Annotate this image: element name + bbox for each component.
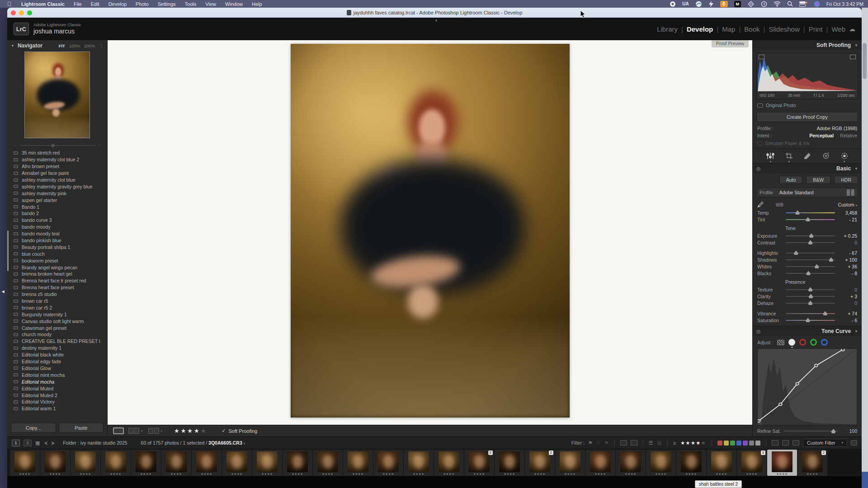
slider-thumb[interactable] (815, 264, 819, 268)
slider-value[interactable]: 0 (838, 240, 857, 245)
filmstrip-thumbnail[interactable]: 2★★★★ (464, 450, 494, 476)
masking-tool[interactable] (840, 152, 849, 162)
filmstrip-thumbnail[interactable]: ★★★★ (192, 450, 222, 476)
preset-item[interactable]: Editorial warm 1 (14, 405, 107, 412)
preset-item[interactable]: Brandy angel wings pecan (14, 264, 107, 271)
sync-cloud-icon[interactable]: ☁ (849, 25, 855, 33)
preset-item[interactable]: bando moody teal (14, 230, 107, 237)
slider-value[interactable]: 3,458 (838, 210, 857, 216)
slider-thumb[interactable] (809, 233, 814, 238)
filmstrip-thumbnail[interactable]: ★★★★ (434, 450, 464, 476)
basic-panel-header[interactable]: ◎ Basic ▼ (753, 163, 862, 174)
filmstrip-thumbnail[interactable]: ★★★★ (767, 450, 797, 476)
camera-profile-row[interactable]: Profile Adobe Standard ▦▦▦▦ (756, 188, 858, 197)
refine-sat-slider[interactable] (784, 431, 838, 432)
filmstrip-thumbnail[interactable]: ★★★★ (161, 450, 191, 476)
wb-preset-value[interactable]: Custom ▾ (838, 202, 857, 207)
slider-track[interactable] (786, 313, 835, 314)
right-edge-scrollbar[interactable] (862, 8, 868, 488)
navigator-collapse-icon[interactable]: ▼ (11, 44, 14, 48)
second-window-button[interactable]: 2 (24, 440, 32, 446)
filmstrip-thumbnail[interactable]: ★★★★ (707, 450, 736, 476)
virtual-copy-icon[interactable]: ☱ (657, 440, 662, 446)
slider-thumb[interactable] (809, 294, 813, 298)
paste-button[interactable]: Paste (59, 423, 104, 433)
filmstrip-thumbnail[interactable]: ★★★★ (555, 450, 585, 476)
module-library[interactable]: Library (657, 25, 678, 33)
original-photo-row[interactable]: Original Photo (753, 100, 862, 109)
input-source-indicator[interactable]: UA (682, 1, 689, 6)
intent-perceptual-button[interactable]: Perceptual (809, 133, 834, 138)
tone-curve-collapse-icon[interactable]: ▼ (854, 329, 858, 333)
apple-menu-icon[interactable]:  (7, 1, 11, 7)
slider-track[interactable] (786, 212, 835, 213)
menu-develop[interactable]: Develop (104, 1, 131, 7)
menu-help[interactable]: Help (247, 1, 267, 7)
microphone-active-icon[interactable] (720, 1, 728, 7)
filmstrip-thumbnail[interactable]: ★★★★ (616, 450, 646, 476)
zoom-100-button[interactable]: 100% (69, 43, 80, 48)
preset-item[interactable]: brown car r5 2 (14, 304, 107, 311)
filter-star-rating[interactable]: ★★★★★ (680, 440, 706, 446)
top-panel-collapse-arrow[interactable]: ▲ (434, 18, 438, 22)
wb-eyedropper-icon[interactable]: 🖉 (757, 201, 764, 208)
module-web[interactable]: Web (831, 25, 845, 33)
scrollbar-thumb[interactable] (863, 43, 867, 79)
left-panel-scrollbar[interactable] (7, 230, 9, 271)
go-back-arrow-icon[interactable]: ⮜ (44, 440, 47, 446)
preset-item[interactable]: bando curve 3 (14, 217, 107, 224)
slider-value[interactable]: + 100 (838, 257, 857, 263)
preset-item[interactable]: Brenna heart face lr preset red (14, 277, 107, 284)
filmstrip-count[interactable]: 60 of 1757 photos / 1 selected / 3Q0A660… (141, 440, 245, 446)
menu-settings[interactable]: Settings (153, 1, 180, 7)
teal-app-icon[interactable] (695, 1, 702, 7)
preset-item[interactable]: Beauty portrait shilpa 1 (14, 244, 107, 250)
slider-track[interactable] (786, 303, 835, 304)
highlight-clipping-icon[interactable] (850, 55, 856, 59)
module-slideshow[interactable]: Slideshow (769, 25, 799, 33)
preset-item[interactable]: Bando 1 (14, 203, 107, 210)
module-develop[interactable]: Develop (687, 25, 713, 33)
photo-canvas[interactable]: Proof Preview (108, 40, 752, 425)
preset-item[interactable]: Brenna heart face preset (14, 284, 107, 291)
slider-value[interactable]: 0 (838, 300, 857, 306)
menu-edit[interactable]: Edit (86, 1, 104, 7)
edit-status-icon-2[interactable] (631, 440, 637, 446)
preset-item[interactable]: bookworm preset (14, 257, 107, 264)
menu-tools[interactable]: Tools (180, 1, 201, 7)
preset-item[interactable]: brown car r5 (14, 298, 107, 305)
edit-status-icon-1[interactable] (620, 440, 627, 446)
preset-item[interactable]: blue couch (14, 250, 107, 257)
histogram-panel[interactable]: ISO 160 35 mm f / 1.4 1/250 sec (756, 53, 858, 99)
point-curve-button[interactable] (788, 339, 795, 346)
auto-button[interactable]: Auto (779, 176, 803, 184)
navigator-header[interactable]: ▼ Navigator FIT 100% 200% ⋮ (7, 40, 107, 51)
menu-clock[interactable]: Fri Oct 3 3:42 PM (826, 1, 863, 7)
loupe-view-icon[interactable] (113, 427, 124, 434)
soft-proofing-toggle[interactable]: ✓ Soft Proofing (222, 428, 257, 434)
control-center-icon[interactable] (799, 1, 807, 7)
filmstrip-thumbnail[interactable]: ★★★★ (495, 450, 524, 476)
slider-track[interactable] (786, 259, 835, 260)
preset-item[interactable]: Editorial Victory (14, 399, 107, 405)
filmstrip-thumbnail[interactable]: 2★★★★ (797, 450, 827, 476)
preset-item[interactable]: ashley maternity gravity grey blue (14, 183, 107, 190)
menu-window[interactable]: Window (221, 1, 247, 7)
basic-collapse-icon[interactable]: ▼ (854, 167, 858, 171)
color-label-chip[interactable] (749, 441, 754, 446)
intent-relative-button[interactable]: Relative (840, 133, 857, 138)
soft-proofing-collapse-icon[interactable]: ▼ (854, 43, 858, 47)
preset-item[interactable]: Editorial edgy fade (14, 358, 107, 365)
preset-item[interactable]: church moody (14, 331, 107, 338)
tone-curve-eye-icon[interactable]: ◎ (756, 328, 761, 334)
filmstrip-thumbnail[interactable]: ★★★★ (373, 450, 403, 476)
hdr-button[interactable]: HDR (834, 176, 858, 184)
filmstrip-thumbnail[interactable]: ★★★★ (131, 450, 161, 476)
preset-item[interactable]: Editorial Muted 2 (14, 392, 107, 399)
profile-browser-icon[interactable]: ▦▦▦▦ (846, 189, 855, 196)
simulate-checkbox[interactable] (757, 141, 762, 145)
filmstrip-thumbnail[interactable]: ★★★★ (404, 450, 434, 476)
flag-pick-icon[interactable]: ⚑ (588, 440, 593, 446)
slider-thumb[interactable] (795, 210, 800, 215)
green-channel-button[interactable] (810, 339, 817, 346)
